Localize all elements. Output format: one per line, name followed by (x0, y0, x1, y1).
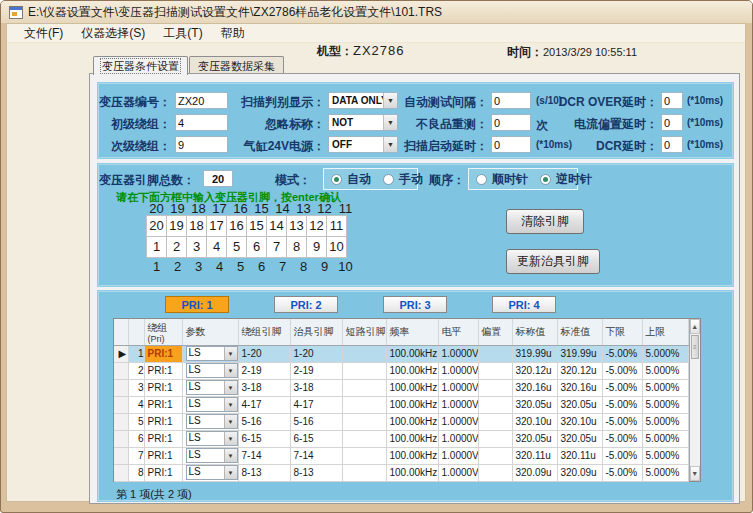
param-select[interactable]: LS▼ (186, 431, 238, 446)
param-select[interactable]: LS▼ (186, 397, 238, 412)
row-selector[interactable] (114, 396, 128, 413)
pin-input[interactable]: 8 (286, 236, 307, 258)
pin-input[interactable]: 13 (286, 215, 307, 237)
scrollbar-thumb[interactable]: ≡ (691, 335, 700, 359)
transformer-no-input[interactable] (175, 92, 228, 109)
menu-item[interactable]: 仪器选择(S) (72, 24, 154, 43)
order-clockwise-radio[interactable] (476, 174, 487, 185)
table-row[interactable]: 7PRI:1LS▼7-147-14100.00kHz1.0000V320.11u… (114, 447, 688, 464)
param-select[interactable]: LS▼ (186, 363, 238, 378)
pin-input[interactable]: 19 (166, 215, 187, 237)
measurement-table: 绕组(Pri) 参数 绕组引脚 治具引脚 短路引脚 频率 电平 偏置 标称值 标… (114, 319, 689, 482)
pin-input[interactable]: 11 (326, 215, 347, 237)
freq-cell: 100.00kHz (386, 362, 438, 379)
menu-item[interactable]: 帮助 (212, 24, 254, 43)
param-select[interactable]: LS▼ (186, 346, 238, 361)
dcr-over-delay-input[interactable] (661, 92, 683, 109)
param-select[interactable]: LS▼ (186, 380, 238, 395)
pin-input[interactable]: 9 (306, 236, 327, 258)
total-pins-label: 变压器引脚总数： (99, 172, 195, 189)
pin-input[interactable]: 14 (266, 215, 287, 237)
ignore-nominal-label: 忽略标称： (265, 116, 325, 133)
pin-input[interactable]: 7 (266, 236, 287, 258)
order-counterclockwise-radio[interactable] (540, 174, 551, 185)
winding-pins-header: 绕组引脚 (238, 319, 290, 345)
table-row[interactable]: 8PRI:1LS▼8-138-13100.00kHz1.0000V320.09u… (114, 464, 688, 481)
table-row[interactable]: 6PRI:1LS▼6-156-15100.00kHz1.0000V320.05u… (114, 430, 688, 447)
scan-display-select[interactable]: DATA ONLY ▼ (328, 92, 398, 109)
menu-item[interactable]: 文件(F) (15, 24, 72, 43)
level-cell: 1.0000V (438, 413, 478, 430)
row-selector[interactable] (114, 464, 128, 481)
tab-data-collection[interactable]: 变压器数据采集 (189, 56, 284, 74)
cylinder-power-select[interactable]: OFF ▼ (328, 136, 398, 153)
pin-input[interactable]: 4 (206, 236, 227, 258)
auto-test-interval-input[interactable] (491, 92, 531, 109)
order-clockwise-label: 顺时针 (492, 171, 528, 188)
mode-manual-radio[interactable] (383, 174, 394, 185)
param-select[interactable]: LS▼ (186, 448, 238, 463)
combo-value: DATA ONLY (329, 93, 383, 108)
table-row[interactable]: 4PRI:1LS▼4-174-17100.00kHz1.0000V320.05u… (114, 396, 688, 413)
pin-input[interactable]: 20 (146, 215, 167, 237)
table-row[interactable]: 5PRI:1LS▼5-165-16100.00kHz1.0000V320.10u… (114, 413, 688, 430)
winding-cell: PRI:1 (144, 379, 182, 396)
pin-top-label: 15 (251, 201, 272, 216)
scroll-down-icon[interactable]: ▼ (690, 466, 701, 481)
param-value: LS (187, 432, 224, 445)
pri-tab-button[interactable]: PRI: 2 (274, 296, 338, 313)
total-pins-input[interactable] (203, 170, 233, 187)
table-row[interactable]: ▶1PRI:1LS▼1-201-20100.00kHz1.0000V319.99… (114, 345, 688, 362)
row-selector[interactable] (114, 362, 128, 379)
update-fixture-pins-button[interactable]: 更新治具引脚 (506, 249, 600, 274)
scan-start-delay-input[interactable] (491, 136, 531, 153)
pin-input[interactable]: 6 (246, 236, 267, 258)
param-value: LS (187, 398, 224, 411)
scrollbar-track[interactable] (690, 360, 701, 466)
pin-input[interactable]: 16 (226, 215, 247, 237)
current-bias-delay-input[interactable] (661, 114, 683, 131)
table-row[interactable]: 2PRI:1LS▼2-192-19100.00kHz1.0000V320.12u… (114, 362, 688, 379)
pin-bottom-label: 9 (314, 259, 335, 274)
row-selector[interactable] (114, 430, 128, 447)
row-selector[interactable]: ▶ (114, 345, 128, 362)
title-bar[interactable]: E:\仪器设置文件\变压器扫描测试设置文件\ZX2786样品老化设置文件\101… (1, 1, 752, 23)
table-scrollbar[interactable]: ▲ ≡ ▼ (689, 319, 701, 481)
pin-input[interactable]: 10 (326, 236, 347, 258)
pin-input[interactable]: 2 (166, 236, 187, 258)
ignore-nominal-select[interactable]: NOT ▼ (328, 114, 398, 131)
pin-input[interactable]: 5 (226, 236, 247, 258)
table-row[interactable]: 3PRI:1LS▼3-183-18100.00kHz1.0000V320.16u… (114, 379, 688, 396)
pri-tab-button[interactable]: PRI: 4 (492, 296, 556, 313)
freq-cell: 100.00kHz (386, 430, 438, 447)
pin-input[interactable]: 17 (206, 215, 227, 237)
secondary-winding-input[interactable] (175, 136, 228, 153)
param-select[interactable]: LS▼ (186, 414, 238, 429)
upper-cell: 5.000% (642, 464, 688, 481)
lower-cell: -5.00% (602, 379, 642, 396)
param-select[interactable]: LS▼ (186, 465, 238, 480)
pin-input[interactable]: 1 (146, 236, 167, 258)
mode-auto-radio[interactable] (331, 174, 342, 185)
pin-input[interactable]: 3 (186, 236, 207, 258)
clear-pins-button[interactable]: 清除引脚 (506, 209, 584, 234)
upper-cell: 5.000% (642, 430, 688, 447)
dcr-delay-input[interactable] (661, 136, 683, 153)
pri-tab-row: PRI: 1PRI: 2PRI: 3PRI: 4 (165, 296, 556, 313)
scroll-up-icon[interactable]: ▲ (690, 319, 701, 334)
pin-input[interactable]: 12 (306, 215, 327, 237)
fixture-pins-cell: 7-14 (290, 447, 342, 464)
upper-cell: 5.000% (642, 379, 688, 396)
pin-top-label: 17 (209, 201, 230, 216)
primary-winding-input[interactable] (175, 114, 228, 131)
row-selector[interactable] (114, 379, 128, 396)
pin-input[interactable]: 15 (246, 215, 267, 237)
tab-condition-settings[interactable]: 变压器条件设置 (93, 56, 188, 75)
retest-defective-input[interactable] (491, 114, 531, 131)
row-selector[interactable] (114, 413, 128, 430)
pri-tab-button[interactable]: PRI: 1 (165, 296, 229, 313)
pri-tab-button[interactable]: PRI: 3 (383, 296, 447, 313)
pin-input[interactable]: 18 (186, 215, 207, 237)
menu-item[interactable]: 工具(T) (154, 24, 211, 43)
row-selector[interactable] (114, 447, 128, 464)
